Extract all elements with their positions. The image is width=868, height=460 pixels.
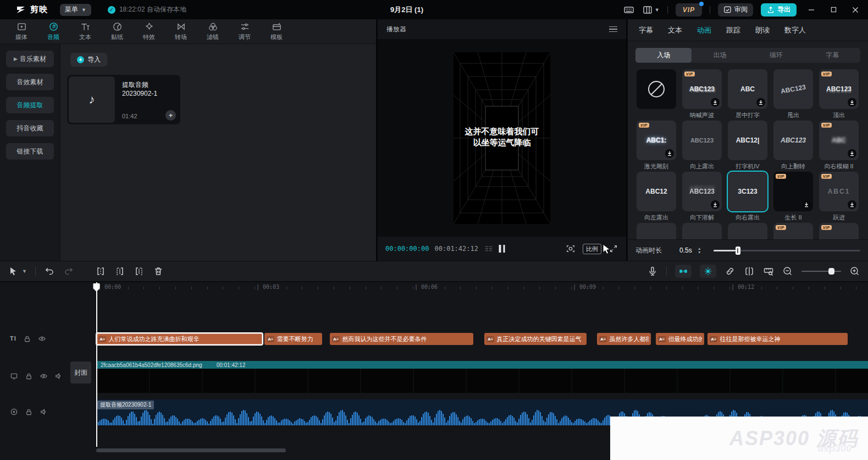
delete-left-icon[interactable]	[114, 266, 125, 277]
tab-caption[interactable]: 字幕	[639, 25, 653, 35]
text-clip[interactable]: A≡但最终成功的人	[656, 333, 704, 345]
eye-icon[interactable]	[38, 335, 46, 343]
duration-slider[interactable]	[714, 250, 860, 251]
close-button[interactable]	[848, 3, 863, 17]
layout-switch-button[interactable]: ▼	[642, 4, 660, 15]
tab-digital-human[interactable]: 数字人	[784, 25, 806, 35]
tab-templates[interactable]: 模板	[261, 21, 292, 41]
anim-tile-none[interactable]	[635, 69, 677, 118]
tab-sticker[interactable]: 贴纸	[101, 21, 133, 41]
text-clip[interactable]: A≡虽然许多人都很努力	[597, 333, 651, 345]
sidebar-item-link-download[interactable]: 链接下载	[6, 143, 54, 160]
zoom-out-icon[interactable]	[782, 266, 793, 277]
zoom-in-icon[interactable]	[849, 266, 860, 277]
audio-clip-card[interactable]: ♪ 提取音频 20230902-1 01:42 +	[67, 75, 180, 124]
video-clip[interactable]: 2fcaacb5a061b4a502dfe1208635c6d.png 00:0…	[96, 361, 868, 369]
tab-transitions[interactable]: 转场	[165, 21, 197, 41]
speaker-icon[interactable]	[40, 408, 48, 416]
maximize-button[interactable]	[826, 3, 841, 17]
sidebar-item-audio-extract[interactable]: 音频提取	[6, 97, 54, 113]
main-track-magnet-toggle[interactable]	[675, 265, 692, 278]
auto-snap-toggle[interactable]	[700, 265, 716, 278]
menu-button[interactable]: 菜单▼	[60, 4, 91, 16]
sidebar-item-sound-effects[interactable]: 音效素材	[6, 74, 54, 90]
tab-text[interactable]: 文本	[69, 21, 101, 41]
anim-tile-向上露出[interactable]: ABC123向上露出	[681, 121, 723, 169]
chevron-down-icon[interactable]: ▼	[22, 269, 27, 274]
anim-tile-跃进[interactable]: ABC1VIP跃进	[818, 172, 860, 221]
anim-tile-向左露出[interactable]: ABC12向左露出	[635, 172, 677, 221]
horizontal-scrollbar[interactable]	[96, 448, 286, 452]
timeline-zoom-slider[interactable]	[801, 271, 841, 272]
pause-button[interactable]	[499, 245, 505, 253]
lock-icon[interactable]	[25, 372, 33, 380]
tab-animation[interactable]: 动画	[697, 25, 711, 35]
text-clip[interactable]: A≡需要不断努力	[264, 333, 322, 345]
anim-tile-生长 II[interactable]: VIP生长 II	[772, 172, 814, 221]
eye-icon[interactable]	[40, 372, 48, 380]
video-clip-filmstrip[interactable]	[96, 369, 868, 393]
import-button[interactable]: + 导入	[70, 53, 107, 67]
vip-button[interactable]: VIP	[676, 3, 702, 17]
anim-tile-partial-4[interactable]: VIP	[818, 223, 860, 239]
tab-effects[interactable]: 特效	[133, 21, 165, 41]
slider-handle[interactable]	[736, 247, 740, 255]
undo-icon[interactable]	[44, 266, 55, 277]
review-button[interactable]: 审阅	[718, 3, 753, 17]
tab-filters[interactable]: 滤镜	[197, 21, 229, 41]
link-clips-icon[interactable]	[725, 266, 736, 277]
anim-tile-向下溶解[interactable]: ABC123向下溶解	[681, 172, 723, 221]
sidebar-item-douyin-favorites[interactable]: 抖音收藏	[6, 120, 54, 136]
split-clip-icon[interactable]	[95, 266, 106, 277]
shortcut-keyboard-icon[interactable]	[623, 4, 634, 15]
aspect-ratio-button[interactable]: 比例	[583, 244, 601, 254]
tab-text-style[interactable]: 文本	[668, 25, 682, 35]
tab-tracking[interactable]: 跟踪	[726, 25, 740, 35]
anim-tile-甩出[interactable]: ABC123甩出	[772, 69, 814, 118]
anim-tile-顶出[interactable]: ABC123VIP顶出	[818, 69, 860, 118]
zoom-slider-handle[interactable]	[828, 268, 834, 275]
lock-icon[interactable]	[23, 335, 31, 343]
step-up-icon[interactable]: ▲	[698, 247, 701, 250]
anim-tile-打字机IV[interactable]: ABC12|打字机IV	[727, 121, 769, 169]
delete-clip-icon[interactable]	[153, 266, 164, 277]
tab-read-aloud[interactable]: 朗读	[755, 25, 770, 35]
preview-quality-icon[interactable]	[566, 244, 576, 254]
segment-out-animation[interactable]: 出场	[692, 48, 748, 63]
anim-tile-呐喊声波[interactable]: ABC123VIP呐喊声波	[681, 69, 723, 118]
lock-icon[interactable]	[25, 408, 33, 416]
playhead-handle[interactable]	[93, 283, 100, 292]
tab-media[interactable]: 媒体	[5, 21, 37, 41]
preview-ruler-icon[interactable]	[763, 266, 774, 277]
text-clip[interactable]: A≡往往是那些被幸运之神	[707, 333, 848, 345]
add-to-timeline-button[interactable]: +	[165, 110, 176, 121]
duration-stepper[interactable]: ▲▼	[698, 247, 701, 254]
segment-caption-animation[interactable]: 字幕	[804, 48, 860, 63]
preview-axis-split-icon[interactable]	[744, 266, 755, 277]
segment-in-animation[interactable]: 入场	[635, 48, 692, 63]
step-down-icon[interactable]: ▼	[698, 251, 701, 254]
speaker-icon[interactable]	[54, 372, 63, 380]
tab-audio[interactable]: 音频	[37, 21, 69, 41]
text-clip[interactable]: A≡人们常说成功之路充满曲折和艰辛	[96, 333, 263, 345]
sidebar-item-music[interactable]: ▶音乐素材	[6, 51, 54, 67]
segment-loop-animation[interactable]: 循环	[748, 48, 804, 63]
anim-tile-partial-0[interactable]	[635, 223, 677, 239]
redo-icon[interactable]	[63, 266, 74, 277]
record-voiceover-icon[interactable]	[647, 266, 658, 277]
anim-tile-partial-2[interactable]	[727, 223, 769, 239]
text-clip[interactable]: A≡真正决定成功的关键因素是运气	[484, 333, 587, 345]
cover-button[interactable]: 封面	[70, 362, 91, 384]
minimize-button[interactable]	[804, 3, 819, 17]
tab-adjust[interactable]: 调节	[229, 21, 261, 41]
delete-right-icon[interactable]	[134, 266, 145, 277]
playhead-line[interactable]	[96, 282, 97, 447]
text-clip[interactable]: A≡然而我认为这些并不是必要条件	[330, 333, 473, 345]
anim-tile-向右露出[interactable]: 3C123向右露出	[727, 172, 769, 221]
anim-tile-激光雕刻[interactable]: ABC1:VIP激光雕刻	[635, 121, 677, 169]
anim-tile-居中打字[interactable]: ABC居中打字	[727, 69, 769, 118]
player-menu-icon[interactable]	[609, 25, 617, 34]
anim-tile-partial-3[interactable]: VIP	[772, 223, 814, 239]
anim-tile-向上翻转[interactable]: ABC123向上翻转	[772, 121, 814, 169]
clip-list-icon[interactable]	[484, 244, 494, 254]
